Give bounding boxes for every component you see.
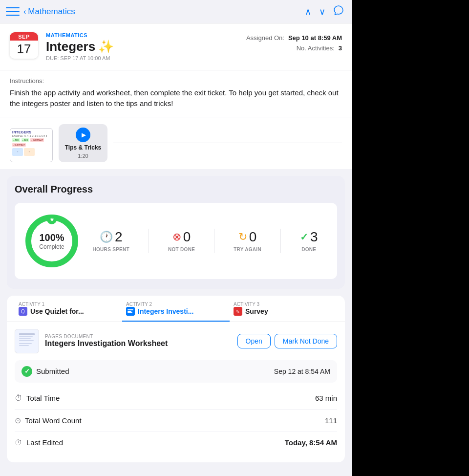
assigned-value: Sep 10 at 8:59 AM — [288, 34, 342, 42]
activities-value: 3 — [339, 44, 342, 52]
tips-tricks-video[interactable]: ▶ Tips & Tricks 1:20 — [59, 124, 107, 162]
nav-right: ∧ ∨ — [305, 5, 344, 18]
comment-icon[interactable] — [333, 5, 344, 18]
progress-donut: ★ 100% Complete — [22, 212, 81, 270]
try-again-label: TRY AGAIN — [234, 247, 261, 252]
calendar-day: 17 — [10, 41, 38, 59]
status-left: ✓ Submitted — [21, 366, 69, 377]
stat-divider-3 — [280, 229, 281, 253]
try-again-value: 0 — [249, 229, 257, 245]
activity-2-header: Integers Investi... — [126, 307, 193, 316]
try-again-stat: ↻ 0 TRY AGAIN — [230, 229, 265, 252]
stat-divider-1 — [149, 229, 149, 253]
assignment-info: MATHEMATICS Integers ✨ DUE: SEP 17 AT 10… — [46, 32, 238, 61]
activity-3-icon: ✎ — [234, 307, 242, 316]
submitted-date: Sep 12 at 8:54 AM — [274, 368, 330, 375]
svg-text:★: ★ — [49, 216, 55, 223]
activity-1-title: Use Quizlet for... — [30, 307, 84, 315]
activity-1-num: ACTIVITY 1 — [19, 302, 44, 307]
not-done-icon: ⊗ — [172, 231, 181, 243]
progress-content: ★ 100% Complete 🕐 2 HOURS SPENT — [15, 203, 337, 279]
not-done-label: NOT DONE — [168, 247, 195, 252]
submitted-status-row: ✓ Submitted Sep 12 at 8:54 AM — [15, 360, 337, 383]
main-panel: ‹ Mathematics ∧ ∨ SEP 17 MATHEMATICS Int… — [0, 0, 352, 476]
down-arrow-icon[interactable]: ∨ — [319, 6, 325, 17]
up-arrow-icon[interactable]: ∧ — [305, 6, 311, 17]
instructions-label: Instructions: — [10, 77, 342, 85]
assignment-title: Integers ✨ — [46, 39, 238, 54]
play-icon: ▶ — [82, 131, 86, 138]
assignment-header: SEP 17 MATHEMATICS Integers ✨ DUE: SEP 1… — [0, 23, 352, 70]
donut-percent: 100% — [39, 232, 64, 243]
activities-count-row: No. Activities: 3 — [246, 44, 342, 52]
last-edited-label: Last Edited — [26, 438, 63, 447]
done-label: DONE — [300, 247, 318, 252]
document-thumbnail — [15, 329, 39, 353]
word-count-icon: ⊙ — [15, 416, 21, 425]
open-button[interactable]: Open — [237, 334, 271, 348]
activities-section: ACTIVITY 1 Q Use Quizlet for... ACTIVITY… — [7, 296, 345, 462]
activity-tab-1[interactable]: ACTIVITY 1 Q Use Quizlet for... — [15, 302, 122, 322]
not-done-stat: ⊗ 0 NOT DONE — [164, 229, 199, 252]
back-chevron-icon: ‹ — [23, 7, 26, 16]
subject-label: MATHEMATICS — [46, 32, 238, 38]
calendar-month: SEP — [10, 32, 38, 41]
donut-label: Complete — [39, 243, 64, 250]
divider — [113, 143, 342, 143]
activity-1-icon: Q — [19, 307, 27, 316]
due-date: DUE: SEP 17 AT 10:00 AM — [46, 55, 238, 61]
stat-divider-2 — [214, 229, 214, 253]
try-again-top: ↻ 0 — [234, 229, 261, 245]
activity-2-title: Integers Investi... — [138, 307, 193, 315]
last-edited-value: Today, 8:54 AM — [285, 438, 337, 447]
total-time-left: ⏱ Total Time — [15, 394, 60, 403]
not-done-top: ⊗ 0 — [168, 229, 195, 245]
instructions-section: Instructions: Finish the app activity an… — [0, 70, 352, 117]
mark-not-done-button[interactable]: Mark Not Done — [275, 334, 337, 348]
total-time-label: Total Time — [26, 394, 60, 402]
assigned-label: Assigned On: — [246, 34, 284, 42]
svg-rect-13 — [19, 333, 35, 335]
document-type: PAGES DOCUMENT — [45, 334, 232, 339]
hours-spent-value: 2 — [115, 229, 123, 245]
svg-rect-16 — [19, 340, 34, 341]
integers-poster-thumbnail[interactable]: INTEGERS EXAMPLE: -5 -4 -3 -2 -1 0 1 2 3… — [10, 128, 53, 162]
activity-3-title: Survey — [245, 307, 268, 315]
svg-text:Q: Q — [21, 309, 25, 314]
progress-title: Overall Progress — [15, 184, 337, 195]
word-count-value: 111 — [325, 416, 337, 425]
back-label: Mathematics — [28, 7, 75, 17]
document-title: Integers Investigation Worksheet — [45, 339, 232, 348]
play-button[interactable]: ▶ — [76, 128, 90, 142]
svg-rect-8 — [128, 311, 131, 312]
total-time-value: 63 min — [315, 394, 337, 402]
activity-2-num: ACTIVITY 2 — [126, 302, 152, 307]
activity-detail: PAGES DOCUMENT Integers Investigation Wo… — [7, 322, 345, 462]
svg-rect-17 — [19, 343, 32, 344]
title-text: Integers — [46, 39, 95, 54]
activities-label: No. Activities: — [297, 44, 335, 52]
hours-spent-top: 🕐 2 — [92, 229, 129, 245]
svg-text:✎: ✎ — [236, 309, 240, 314]
last-edited-row: ⏱ Last Edited Today, 8:54 AM — [15, 432, 337, 454]
calendar-icon: SEP 17 — [10, 32, 38, 59]
attachments-row: INTEGERS EXAMPLE: -5 -4 -3 -2 -1 0 1 2 3… — [0, 117, 352, 169]
svg-rect-15 — [19, 338, 31, 339]
hours-spent-label: HOURS SPENT — [92, 247, 129, 252]
done-value: 3 — [310, 229, 318, 245]
activity-tab-3[interactable]: ACTIVITY 3 ✎ Survey — [230, 302, 337, 322]
top-nav: ‹ Mathematics ∧ ∨ — [0, 0, 352, 23]
clock-icon: 🕐 — [100, 231, 113, 243]
submitted-dot: ✓ — [21, 366, 32, 377]
svg-rect-14 — [19, 336, 33, 337]
activity-2-icon — [126, 307, 135, 316]
back-button[interactable]: ‹ Mathematics — [23, 7, 75, 17]
assigned-on-row: Assigned On: Sep 10 at 8:59 AM — [246, 34, 342, 42]
word-count-label: Total Word Count — [25, 416, 82, 425]
last-edited-left: ⏱ Last Edited — [15, 438, 63, 447]
activity-tab-2[interactable]: ACTIVITY 2 Integers Investi... — [122, 302, 230, 322]
word-count-left: ⊙ Total Word Count — [15, 416, 82, 425]
total-time-row: ⏱ Total Time 63 min — [15, 388, 337, 410]
sidebar-toggle-button[interactable] — [6, 6, 20, 17]
sparkle-icon: ✨ — [98, 39, 114, 54]
